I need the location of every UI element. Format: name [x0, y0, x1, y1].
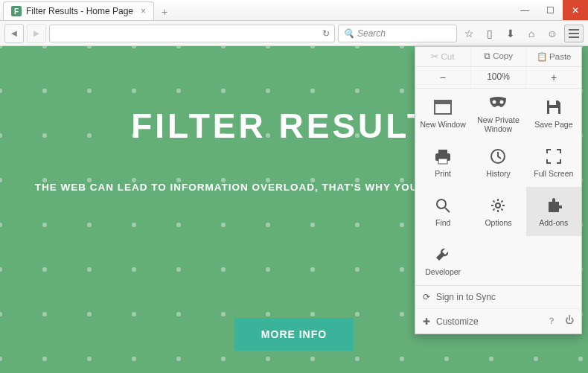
browser-tab[interactable]: F Filter Results - Home Page × [3, 1, 154, 20]
svg-point-2 [493, 100, 496, 103]
fullscreen-icon [544, 147, 563, 166]
tab-close-icon[interactable]: × [141, 6, 146, 16]
chat-icon[interactable]: ☺ [543, 25, 561, 42]
copy-button[interactable]: ⧉ Copy [470, 47, 526, 66]
print-item[interactable]: Print [415, 138, 470, 187]
menu-footer: ⟳ Sign in to Sync ✚ Customize ？ ⏻ [415, 285, 581, 334]
svg-rect-5 [549, 108, 558, 114]
window-titlebar: F Filter Results - Home Page × + — ☐ ✕ [0, 0, 588, 21]
search-icon: 🔍 [343, 28, 354, 39]
options-item[interactable]: Options [470, 187, 525, 236]
svg-rect-7 [438, 150, 447, 154]
window-icon [433, 98, 453, 117]
svg-rect-8 [438, 159, 447, 164]
window-close-button[interactable]: ✕ [563, 0, 588, 20]
zoom-row: − 100% + [415, 67, 581, 89]
zoom-in-button[interactable]: + [525, 67, 581, 88]
tab-title: Filter Results - Home Page [26, 6, 133, 16]
mask-icon [488, 93, 508, 112]
maximize-button[interactable]: ☐ [537, 0, 563, 20]
save-page-item[interactable]: Save Page [526, 89, 581, 138]
save-icon [544, 98, 563, 117]
reading-list-icon[interactable]: ▯ [481, 25, 499, 42]
browser-toolbar: ◄ ► ↻ 🔍 Search ☆ ▯ ⬇ ⌂ ☺ [0, 21, 588, 46]
cta-button[interactable]: MORE INFO [234, 318, 354, 351]
new-window-item[interactable]: New Window [415, 89, 470, 138]
search-placeholder: Search [357, 28, 386, 39]
find-icon [433, 196, 453, 215]
favicon-icon: F [11, 6, 22, 16]
add-ons-item[interactable]: Add-ons [526, 187, 581, 236]
svg-point-10 [437, 200, 446, 208]
find-item[interactable]: Find [415, 187, 470, 236]
history-item[interactable]: History [470, 138, 525, 187]
menu-button[interactable] [564, 25, 584, 42]
back-button[interactable]: ◄ [4, 24, 24, 43]
cut-button[interactable]: ✂ Cut [415, 47, 470, 66]
app-menu-panel: ✂ Cut ⧉ Copy 📋 Paste − 100% + New Window… [415, 46, 582, 334]
sync-icon: ⟳ [423, 292, 430, 302]
print-icon [433, 147, 453, 166]
power-icon[interactable]: ⏻ [565, 315, 574, 328]
minimize-button[interactable]: — [512, 0, 537, 20]
developer-item[interactable]: Developer [415, 236, 470, 285]
new-private-window-item[interactable]: New Private Window [470, 89, 525, 138]
gear-icon [488, 196, 508, 215]
new-tab-button[interactable]: + [157, 3, 172, 20]
zoom-out-button[interactable]: − [415, 67, 470, 88]
svg-rect-1 [435, 101, 451, 104]
reload-icon[interactable]: ↻ [322, 28, 330, 39]
history-icon [488, 147, 508, 166]
zoom-level[interactable]: 100% [470, 67, 526, 88]
menu-grid: New Window New Private Window Save Page … [415, 89, 581, 285]
home-icon[interactable]: ⌂ [523, 25, 540, 42]
search-bar[interactable]: 🔍 Search [338, 25, 457, 42]
help-icon[interactable]: ？ [547, 315, 556, 328]
svg-point-3 [500, 100, 504, 103]
bookmark-star-icon[interactable]: ☆ [460, 25, 478, 42]
sign-in-sync[interactable]: ⟳ Sign in to Sync [415, 286, 581, 308]
full-screen-item[interactable]: Full Screen [526, 138, 581, 187]
customize-button[interactable]: ✚ Customize [423, 316, 479, 327]
edit-row: ✂ Cut ⧉ Copy 📋 Paste [415, 47, 581, 67]
downloads-icon[interactable]: ⬇ [502, 25, 520, 42]
forward-button[interactable]: ► [27, 24, 46, 43]
wrench-icon [433, 245, 453, 264]
puzzle-icon [544, 196, 563, 215]
address-bar[interactable]: ↻ [49, 25, 335, 42]
svg-rect-4 [549, 101, 556, 105]
window-controls: — ☐ ✕ [512, 0, 588, 20]
plus-icon: ✚ [423, 316, 430, 327]
svg-point-11 [496, 203, 500, 208]
paste-button[interactable]: 📋 Paste [525, 47, 581, 66]
